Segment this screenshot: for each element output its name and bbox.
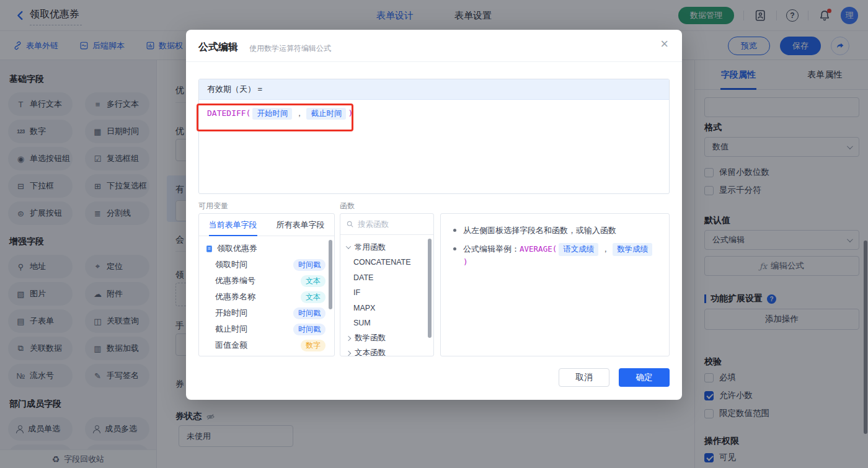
variable-name: 优惠券编号 [215,275,255,286]
formula-field-chip[interactable]: 截止时间 [306,108,346,120]
tips-panel: 从左侧面板选择字段名和函数，或输入函数 公式编辑举例：AVERAGE(语文成绩，… [440,213,670,356]
function-group-label: 数学函数 [355,333,386,343]
function-item[interactable]: CONCATENATE [340,255,433,270]
function-list: 常用函数 CONCATENATE DATE IF MAPX SUM 数学函数 文… [340,235,433,356]
modal-title: 公式编辑 [198,41,238,54]
tip-line: 从左侧面板选择字段名和函数，或输入函数 [452,224,658,236]
tip-example: 公式编辑举例：AVERAGE(语文成绩，数学成绩) [463,243,658,268]
variables-label: 可用变量 [198,201,228,211]
type-badge: 数字 [301,340,326,351]
chevron-down-icon [346,244,351,249]
type-badge: 文本 [301,275,326,287]
functions-scrollbar[interactable] [428,239,432,338]
function-item[interactable]: DATE [340,270,433,286]
variables-tabs: 当前表单字段 所有表单字段 [199,214,334,236]
tab-current-form-fields[interactable]: 当前表单字段 [199,214,267,236]
divider [186,61,682,62]
formula-editor-box: 有效期（天） = DATEDIFF(开始时间，截止时间) [198,79,670,194]
variable-name: 领取时间 [215,259,247,270]
example-field-chip: 数学成绩 [613,243,652,256]
function-item[interactable]: MAPX [340,301,433,316]
type-badge: 时间戳 [293,307,326,319]
formula-close-paren: ) [348,108,353,118]
variable-row[interactable]: 优惠券名称文本 [199,289,334,305]
close-icon[interactable]: × [660,37,668,51]
example-close-paren: ) [463,257,468,267]
variable-row[interactable]: 开始时间时间戳 [199,305,334,321]
tip-example-prefix: 公式编辑举例： [463,244,520,254]
variables-scrollbar[interactable] [329,240,332,309]
chevron-right-icon [346,335,351,340]
example-comma: ， [601,244,609,254]
function-group-label: 常用函数 [355,242,386,253]
variable-name: 截止时间 [215,324,247,335]
bullet-dot [453,229,456,232]
functions-label: 函数 [340,201,355,211]
example-function-name: AVERAGE( [520,244,557,254]
formula-comma: ， [295,108,303,118]
tip-example-line: 公式编辑举例：AVERAGE(语文成绩，数学成绩) [452,243,658,268]
modal-subtitle: 使用数学运算符编辑公式 [249,43,331,54]
tree-root-label: 领取优惠券 [217,243,257,254]
variable-name: 面值金额 [215,340,247,351]
variables-tree: 领取优惠券 领取时间时间戳 优惠券编号文本 优惠券名称文本 开始时间时间戳 截止… [199,236,334,353]
search-function-input[interactable] [358,220,420,229]
type-badge: 时间戳 [293,259,326,271]
function-search [340,214,433,235]
type-badge: 时间戳 [293,324,326,335]
function-group-label: 文本函数 [355,348,386,356]
tab-label: 所有表单字段 [277,219,325,231]
functions-panel: 常用函数 CONCATENATE DATE IF MAPX SUM 数学函数 文… [340,213,434,356]
tab-all-form-fields[interactable]: 所有表单字段 [267,214,334,236]
form-doc-icon [205,245,213,253]
formula-editor-modal: 公式编辑 使用数学运算符编辑公式 × 有效期（天） = DATEDIFF(开始时… [186,30,682,400]
tab-label: 当前表单字段 [209,219,257,236]
function-group-text[interactable]: 文本函数 [340,346,433,357]
formula-field-chip[interactable]: 开始时间 [252,108,292,120]
formula-result-label: 有效期（天） = [199,79,669,100]
app-screen: 领取优惠券 表单设计 表单设置 数据管理 ? 理 表单外链 [0,0,868,468]
formula-function-name: DATEDIFF( [207,108,250,118]
formula-input-area[interactable]: DATEDIFF(开始时间，截止时间) [199,100,669,128]
function-group-common[interactable]: 常用函数 [340,240,433,255]
variable-row[interactable]: 优惠券编号文本 [199,273,334,289]
variable-row[interactable]: 领取时间时间戳 [199,257,334,273]
function-group-math[interactable]: 数学函数 [340,331,433,346]
bullet-dot [453,247,456,250]
chevron-right-icon [346,350,351,355]
tree-root-form[interactable]: 领取优惠券 [199,241,334,257]
type-badge: 文本 [301,291,326,303]
function-item[interactable]: SUM [340,316,433,331]
cancel-button[interactable]: 取消 [559,368,609,387]
function-item[interactable]: IF [340,285,433,301]
example-field-chip: 语文成绩 [559,243,598,256]
variable-row[interactable]: 面值金额数字 [199,337,334,353]
search-icon [346,220,354,228]
variable-name: 优惠券名称 [215,291,255,302]
variables-panel: 当前表单字段 所有表单字段 领取优惠券 领取时间时间戳 优惠券编号文本 优惠券名… [198,213,335,356]
variable-name: 开始时间 [215,307,247,319]
variable-row[interactable]: 截止时间时间戳 [199,321,334,337]
confirm-button[interactable]: 确定 [619,368,670,387]
tip-text: 从左侧面板选择字段名和函数，或输入函数 [463,224,616,236]
